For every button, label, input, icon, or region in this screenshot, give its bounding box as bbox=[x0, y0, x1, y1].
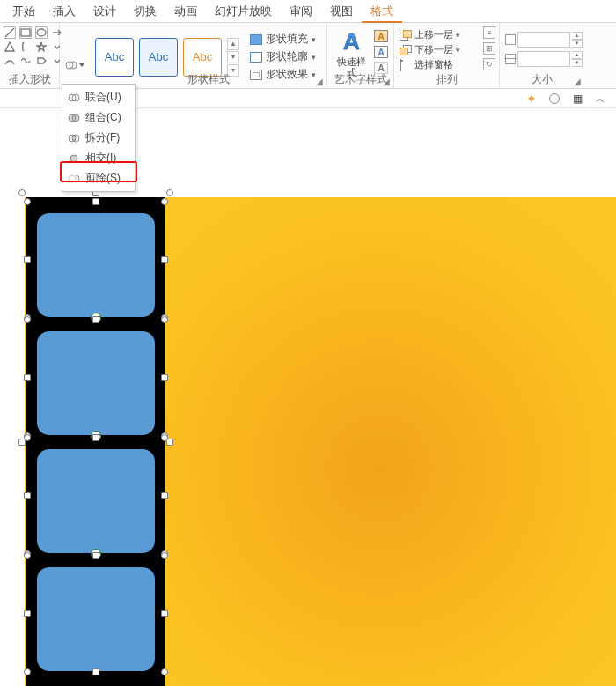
resize-handle[interactable] bbox=[161, 668, 168, 675]
subtract-icon bbox=[68, 173, 80, 185]
wordart-icon: A bbox=[343, 28, 360, 55]
resize-handle[interactable] bbox=[92, 668, 99, 675]
dialog-launcher-icon[interactable]: ◢ bbox=[316, 77, 323, 86]
style-next-button[interactable]: ▼ bbox=[227, 51, 239, 63]
chevron-down-icon: ▾ bbox=[456, 31, 460, 40]
text-outline-button[interactable]: A bbox=[374, 46, 388, 58]
merge-shapes-button[interactable] bbox=[63, 56, 86, 74]
selection-box-shape-1 bbox=[26, 201, 165, 319]
group-arrange: 上移一层 ▾ 下移一层 ▾ 选择窗格 ≡ ⊞ ↻ 排列 bbox=[394, 23, 500, 88]
tab-slideshow[interactable]: 幻灯片放映 bbox=[206, 0, 281, 23]
group-label: 大小 bbox=[532, 73, 553, 85]
resize-handle[interactable] bbox=[161, 374, 168, 381]
shape-brace-icon[interactable] bbox=[19, 41, 32, 53]
resize-handle[interactable] bbox=[92, 434, 99, 441]
merge-combine-item[interactable]: 组合(C) bbox=[64, 107, 133, 128]
wordart-quick-styles-button[interactable]: A 快速样式 bbox=[333, 28, 370, 77]
resize-handle[interactable] bbox=[24, 668, 31, 675]
resize-handle[interactable] bbox=[92, 552, 99, 559]
resize-handle[interactable] bbox=[161, 256, 168, 263]
resize-handle[interactable] bbox=[24, 434, 31, 441]
merge-shapes-area bbox=[60, 23, 90, 88]
resize-handle[interactable] bbox=[24, 316, 31, 323]
align-button[interactable]: ≡ bbox=[483, 26, 495, 39]
text-fill-button[interactable]: A bbox=[374, 30, 388, 42]
tab-animations[interactable]: 动画 bbox=[165, 0, 206, 23]
star-icon[interactable]: ✦ bbox=[524, 92, 539, 106]
width-down-button[interactable]: ▼ bbox=[572, 59, 583, 67]
tab-transitions[interactable]: 切换 bbox=[125, 0, 165, 23]
resize-handle[interactable] bbox=[18, 189, 26, 196]
resize-handle[interactable] bbox=[24, 198, 31, 205]
ribbon-tabs: 开始 插入 设计 切换 动画 幻灯片放映 审阅 视图 格式 bbox=[0, 0, 616, 23]
tab-insert[interactable]: 插入 bbox=[44, 0, 84, 23]
shape-triangle-icon[interactable] bbox=[4, 41, 16, 53]
send-backward-button[interactable]: 下移一层 ▾ bbox=[400, 43, 494, 56]
resize-handle[interactable] bbox=[24, 492, 31, 499]
svg-rect-0 bbox=[21, 29, 30, 36]
combine-icon bbox=[68, 112, 80, 124]
tab-design[interactable]: 设计 bbox=[84, 0, 125, 23]
gear-icon bbox=[549, 93, 560, 104]
style-prev-button[interactable]: ▲ bbox=[227, 38, 239, 50]
collapse-ribbon-button[interactable]: ︽ bbox=[593, 92, 607, 106]
tab-review[interactable]: 审阅 bbox=[281, 0, 321, 23]
chevron-down-icon: ▾ bbox=[312, 35, 316, 44]
height-up-button[interactable]: ▲ bbox=[572, 32, 583, 40]
resize-handle[interactable] bbox=[161, 434, 168, 441]
group-wordart-styles: A 快速样式 A A A 艺术字样式 ◢ bbox=[327, 23, 394, 88]
style-thumb-1[interactable]: Abc bbox=[95, 38, 134, 77]
style-thumb-3[interactable]: Abc bbox=[183, 38, 222, 77]
selection-pane-icon bbox=[400, 60, 412, 70]
tab-format[interactable]: 格式 bbox=[362, 0, 402, 23]
selection-pane-button[interactable]: 选择窗格 bbox=[400, 58, 494, 71]
resize-handle[interactable] bbox=[24, 610, 31, 617]
shape-connector-icon[interactable] bbox=[4, 55, 16, 67]
settings-button[interactable] bbox=[547, 92, 561, 106]
shape-height-input[interactable] bbox=[517, 32, 570, 48]
slide-canvas[interactable] bbox=[0, 109, 616, 686]
width-up-button[interactable]: ▲ bbox=[572, 51, 583, 59]
shape-line-icon[interactable] bbox=[4, 26, 16, 39]
resize-handle[interactable] bbox=[161, 492, 168, 499]
resize-handle[interactable] bbox=[92, 198, 99, 205]
shape-rect-icon[interactable] bbox=[19, 26, 32, 39]
merge-union-item[interactable]: 联合(U) bbox=[64, 87, 133, 107]
resize-handle[interactable] bbox=[24, 552, 31, 559]
merge-intersect-item[interactable]: 相交(I) bbox=[64, 148, 133, 168]
resize-handle[interactable] bbox=[161, 610, 168, 617]
tab-view[interactable]: 视图 bbox=[321, 0, 362, 23]
shape-gallery[interactable] bbox=[4, 26, 54, 67]
shape-star-icon[interactable] bbox=[35, 41, 48, 53]
resize-handle[interactable] bbox=[24, 256, 31, 263]
dialog-launcher-icon[interactable]: ◢ bbox=[383, 77, 390, 86]
chevron-down-icon: ▾ bbox=[456, 46, 460, 55]
merge-fragment-label: 拆分(F) bbox=[85, 130, 120, 145]
resize-handle[interactable] bbox=[161, 552, 168, 559]
group-button[interactable]: ⊞ bbox=[483, 42, 495, 55]
shape-fill-button[interactable]: 形状填充 ▾ bbox=[250, 32, 316, 47]
merge-fragment-item[interactable]: 拆分(F) bbox=[64, 128, 133, 148]
resize-handle[interactable] bbox=[166, 189, 173, 196]
merge-intersect-label: 相交(I) bbox=[85, 151, 116, 166]
shape-right-icon[interactable] bbox=[35, 55, 48, 67]
shape-fill-label: 形状填充 bbox=[266, 32, 308, 47]
shape-curve-icon[interactable] bbox=[19, 55, 32, 67]
dialog-launcher-icon[interactable]: ◢ bbox=[574, 77, 581, 86]
bring-forward-button[interactable]: 上移一层 ▾ bbox=[400, 28, 494, 41]
height-down-button[interactable]: ▼ bbox=[572, 40, 583, 48]
grid-icon[interactable]: ▦ bbox=[570, 92, 584, 106]
resize-handle[interactable] bbox=[161, 316, 168, 323]
chevron-down-icon bbox=[79, 63, 84, 67]
resize-handle[interactable] bbox=[161, 198, 168, 205]
shape-ellipse-icon[interactable] bbox=[35, 26, 48, 39]
resize-handle[interactable] bbox=[24, 374, 31, 381]
tab-home[interactable]: 开始 bbox=[4, 0, 44, 23]
shape-width-input[interactable] bbox=[517, 51, 570, 67]
style-gallery-spinner[interactable]: ▲ ▼ ▾ bbox=[227, 38, 239, 77]
merge-subtract-item[interactable]: 剪除(S) bbox=[64, 168, 133, 188]
shape-outline-button[interactable]: 形状轮廓 ▾ bbox=[250, 49, 316, 64]
style-thumb-2[interactable]: Abc bbox=[139, 38, 178, 77]
resize-handle[interactable] bbox=[92, 316, 99, 323]
rotate-button[interactable]: ↻ bbox=[483, 58, 495, 70]
